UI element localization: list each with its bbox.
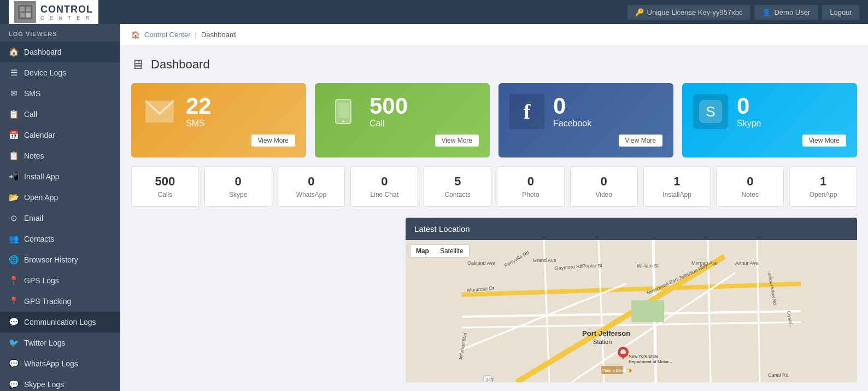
call-card-footer: View More: [326, 135, 479, 147]
sidebar-item-calendar[interactable]: 📅 Calendar: [0, 125, 120, 145]
stat-cards-row: 22 SMS View More: [131, 83, 857, 157]
skype-card-footer: View More: [693, 135, 846, 147]
call-label: Call: [370, 119, 479, 129]
facebook-card-info: 0 Facebook: [553, 95, 662, 129]
facebook-card-footer: View More: [509, 135, 662, 147]
tab-satellite[interactable]: Satellite: [435, 245, 469, 257]
sms-view-more-button[interactable]: View More: [251, 135, 295, 147]
mini-card-line-chat[interactable]: 0 Line Chat: [350, 166, 418, 207]
breadcrumb-current: Dashboard: [201, 31, 236, 39]
mini-card-contacts[interactable]: 5 Contacts: [424, 166, 491, 207]
open-app-label: OpenApp: [795, 191, 851, 199]
sidebar-label-twitter-logs: Twitter Logs: [24, 339, 65, 347]
bottom-left-space: [131, 218, 397, 382]
user-button[interactable]: 👤 Demo User: [754, 5, 818, 20]
facebook-count: 0: [553, 95, 662, 118]
skype-mini-label: Skype: [210, 191, 266, 199]
breadcrumb-home[interactable]: Control Center: [144, 31, 191, 39]
sidebar-item-email[interactable]: ⊙ Email: [0, 208, 120, 229]
logout-button[interactable]: Logout: [822, 5, 859, 20]
sidebar-item-twitter-logs[interactable]: 🐦 Twitter Logs: [0, 332, 120, 353]
svg-rect-7: [338, 103, 349, 118]
logo: CONTROL C e n t e r: [9, 0, 98, 24]
whatsapp-count: 0: [284, 174, 339, 189]
mini-card-skype[interactable]: 0 Skype: [204, 166, 272, 207]
skype-view-more-button[interactable]: View More: [802, 135, 846, 147]
map-svg: Port Jefferson Station Montrose Dr Ferry…: [406, 240, 857, 382]
sidebar-label-email: Email: [24, 214, 43, 223]
map-title: Latest Location: [414, 224, 470, 234]
sidebar-label-notes: Notes: [24, 151, 44, 160]
install-app-label: InstallApp: [649, 191, 705, 199]
license-key-button[interactable]: 🔑 Unique License Key-yy957xbc: [627, 5, 750, 20]
open-app-icon: 📂: [9, 192, 19, 202]
sidebar-item-skype-logs[interactable]: 💬 Skype Logs: [0, 374, 120, 391]
skype-stat-card: S 0 Skype View More: [682, 83, 857, 157]
skype-icon: S: [693, 94, 728, 129]
sidebar-label-sms: SMS: [24, 89, 40, 98]
mini-card-video[interactable]: 0 Video: [570, 166, 638, 207]
sidebar-item-contacts[interactable]: 👥 Contacts: [0, 229, 120, 249]
sms-count: 22: [186, 95, 295, 118]
sidebar-item-communication-logs[interactable]: 💬 Communication Logs: [0, 312, 120, 332]
skype-mini-count: 0: [210, 174, 266, 189]
svg-text:347: 347: [485, 377, 494, 382]
monitor-icon: 🖥: [131, 57, 144, 72]
skype-logs-icon: 💬: [9, 380, 19, 389]
svg-text:Poplar St: Poplar St: [582, 263, 603, 269]
sidebar-item-sms[interactable]: ✉ SMS: [0, 83, 120, 104]
breadcrumb-home-icon: 🏠: [131, 31, 140, 39]
mini-card-photo[interactable]: 0 Photo: [497, 166, 565, 207]
sidebar-item-browser-history[interactable]: 🌐 Browser History: [0, 249, 120, 270]
call-card-info: 500 Call: [370, 95, 479, 129]
logo-center: C e n t e r: [40, 15, 93, 21]
sidebar-item-install-app[interactable]: 📲 Install App: [0, 166, 120, 187]
breadcrumb: 🏠 Control Center | Dashboard: [120, 24, 868, 46]
mini-card-calls[interactable]: 500 Calls: [131, 166, 199, 207]
svg-text:Canal Rd: Canal Rd: [768, 372, 789, 378]
svg-rect-23: [631, 300, 664, 322]
mini-card-open-app[interactable]: 1 OpenApp: [789, 166, 857, 207]
mini-card-notes[interactable]: 0 Notes: [716, 166, 784, 207]
install-app-count: 1: [649, 174, 705, 189]
sidebar-item-call[interactable]: 📋 Call: [0, 104, 120, 125]
gps-logs-icon: 📍: [9, 276, 19, 285]
sidebar-item-gps-tracking[interactable]: 📍 GPS Tracking: [0, 291, 120, 312]
content: 🏠 Control Center | Dashboard 🖥 Dashboard: [120, 24, 868, 391]
sidebar-label-contacts: Contacts: [24, 235, 54, 243]
notes-count: 0: [722, 174, 778, 189]
whatsapp-label: WhatsApp: [284, 191, 339, 199]
mini-card-whatsapp[interactable]: 0 WhatsApp: [278, 166, 345, 207]
gps-tracking-icon: 📍: [9, 296, 19, 306]
skype-label: Skype: [737, 119, 846, 129]
facebook-view-more-button[interactable]: View More: [619, 135, 662, 147]
logout-label: Logout: [830, 8, 852, 16]
call-stat-card: 500 Call View More: [315, 83, 490, 157]
facebook-icon: f: [509, 94, 544, 129]
user-icon: 👤: [762, 8, 771, 16]
sidebar-item-notes[interactable]: 📋 Notes: [0, 145, 120, 166]
sidebar-item-device-logs[interactable]: ☰ Device Logs: [0, 62, 120, 83]
line-chat-label: Line Chat: [356, 191, 412, 199]
svg-text:Oakland Ave: Oakland Ave: [467, 260, 495, 266]
map-header: Latest Location: [406, 218, 857, 240]
photo-label: Photo: [503, 191, 559, 199]
sidebar-item-dashboard[interactable]: 🏠 Dashboard: [0, 42, 120, 62]
skype-count: 0: [737, 95, 846, 118]
svg-rect-4: [26, 13, 31, 17]
svg-rect-2: [26, 7, 31, 11]
tab-map[interactable]: Map: [410, 245, 435, 257]
mini-cards-row: 500 Calls 0 Skype 0 WhatsApp 0 Line Chat…: [131, 166, 857, 207]
call-view-more-button[interactable]: View More: [435, 135, 479, 147]
skype-card-info: 0 Skype: [737, 95, 846, 129]
sidebar-label-gps-tracking: GPS Tracking: [24, 297, 71, 306]
sidebar-item-open-app[interactable]: 📂 Open App: [0, 187, 120, 208]
calls-count: 500: [137, 174, 193, 189]
svg-text:Panera Bread 🍞: Panera Bread 🍞: [602, 368, 632, 373]
svg-text:Department of Motor...: Department of Motor...: [629, 359, 672, 364]
sidebar-item-gps-logs[interactable]: 📍 GPS Logs: [0, 270, 120, 291]
page-title: 🖥 Dashboard: [131, 57, 857, 72]
mini-card-install-app[interactable]: 1 InstallApp: [643, 166, 711, 207]
svg-text:Grand Ave: Grand Ave: [533, 258, 556, 263]
sidebar-item-whatsapp-logs[interactable]: 💬 WhatsApp Logs: [0, 353, 120, 374]
